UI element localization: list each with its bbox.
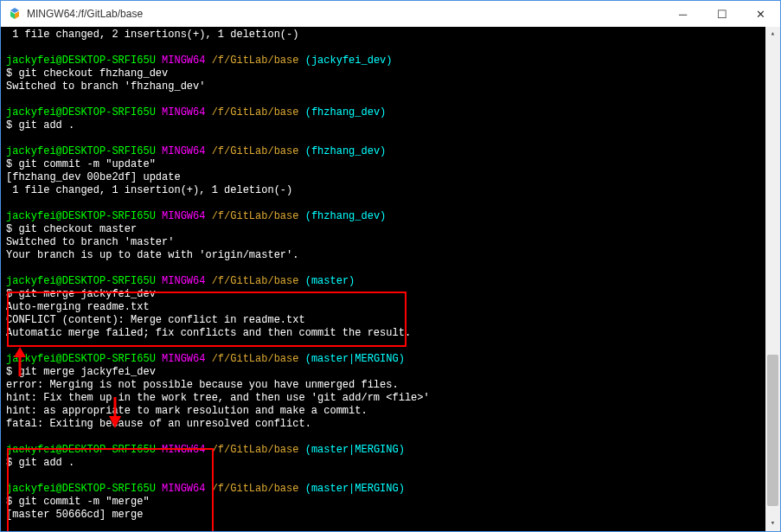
terminal-line: $ git checkout fhzhang_dev <box>6 67 775 80</box>
terminal-line: jackyfei@DESKTOP-SRFI65U MINGW64 /f/GitL… <box>6 444 775 457</box>
terminal-line: $ git merge jackyfei_dev <box>6 366 775 379</box>
terminal-line: Automatic merge failed; fix conflicts an… <box>6 327 775 340</box>
maximize-button[interactable]: ☐ <box>702 1 741 27</box>
terminal-line: jackyfei@DESKTOP-SRFI65U MINGW64 /f/GitL… <box>6 353 775 366</box>
terminal-line: Switched to branch 'master' <box>6 236 775 249</box>
terminal-line <box>6 42 775 54</box>
app-icon <box>8 7 22 21</box>
terminal-line: Auto-merging readme.txt <box>6 301 775 314</box>
terminal-line: jackyfei@DESKTOP-SRFI65U MINGW64 /f/GitL… <box>6 54 775 67</box>
terminal-output[interactable]: 1 file changed, 2 insertions(+), 1 delet… <box>1 27 780 531</box>
terminal-line: jackyfei@DESKTOP-SRFI65U MINGW64 /f/GitL… <box>6 145 775 158</box>
scroll-down-icon[interactable]: ▾ <box>765 516 780 531</box>
terminal-line: $ git add . <box>6 119 775 132</box>
minimize-button[interactable]: ─ <box>663 1 702 27</box>
terminal-line: CONFLICT (content): Merge conflict in re… <box>6 314 775 327</box>
scrollbar-thumb[interactable] <box>767 355 778 506</box>
terminal-line: jackyfei@DESKTOP-SRFI65U MINGW64 /f/GitL… <box>6 275 775 288</box>
terminal-line: $ git commit -m "update" <box>6 158 775 171</box>
terminal-line: jackyfei@DESKTOP-SRFI65U MINGW64 /f/GitL… <box>6 106 775 119</box>
terminal-line: jackyfei@DESKTOP-SRFI65U MINGW64 /f/GitL… <box>6 210 775 223</box>
terminal-line: [master 50666cd] merge <box>6 509 775 522</box>
scrollbar[interactable]: ▴ ▾ <box>765 27 780 531</box>
window-title: MINGW64:/f/GitLab/base <box>27 8 663 20</box>
terminal-line <box>6 470 775 483</box>
close-button[interactable]: ✕ <box>741 1 780 27</box>
scroll-up-icon[interactable]: ▴ <box>765 27 780 42</box>
terminal-line: [fhzhang_dev 00be2df] update <box>6 171 775 184</box>
terminal-line: fatal: Exiting because of an unresolved … <box>6 418 775 431</box>
app-window: MINGW64:/f/GitLab/base ─ ☐ ✕ 1 file chan… <box>0 0 781 532</box>
terminal-line <box>6 93 775 106</box>
terminal-line <box>6 262 775 275</box>
terminal-line: jackyfei@DESKTOP-SRFI65U MINGW64 /f/GitL… <box>6 483 775 496</box>
terminal-line <box>6 197 775 210</box>
terminal-line: $ git commit -m "merge" <box>6 496 775 509</box>
terminal-line <box>6 431 775 444</box>
window-controls: ─ ☐ ✕ <box>663 1 780 27</box>
terminal-line: $ git merge jackyfei_dev <box>6 288 775 301</box>
terminal-line: $ git checkout master <box>6 223 775 236</box>
terminal-line: hint: as appropriate to mark resolution … <box>6 405 775 418</box>
terminal-line: Your branch is up to date with 'origin/m… <box>6 249 775 262</box>
terminal-line <box>6 132 775 145</box>
terminal-line <box>6 340 775 353</box>
terminal-line: $ git add . <box>6 457 775 470</box>
terminal-line: error: Merging is not possible because y… <box>6 379 775 392</box>
titlebar: MINGW64:/f/GitLab/base ─ ☐ ✕ <box>1 1 780 27</box>
terminal-line: hint: Fix them up in the work tree, and … <box>6 392 775 405</box>
terminal-line: 1 file changed, 1 insertion(+), 1 deleti… <box>6 184 775 197</box>
terminal-line: 1 file changed, 2 insertions(+), 1 delet… <box>6 29 775 42</box>
terminal-line <box>6 522 775 531</box>
terminal-line: Switched to branch 'fhzhang_dev' <box>6 80 775 93</box>
